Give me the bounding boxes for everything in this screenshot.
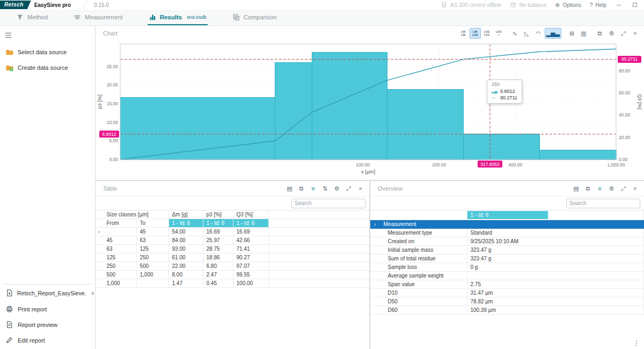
series-header-q3[interactable]: 1 - Id: 6 — [233, 219, 268, 228]
overview-search-input[interactable] — [566, 199, 640, 208]
cell-to: 250 — [136, 253, 169, 262]
table-search-input[interactable] — [291, 199, 365, 208]
size-class-row[interactable]: 6312593.0028.7571.41 — [96, 245, 369, 253]
tab-results[interactable]: Results test.esdb — [148, 10, 208, 25]
series-header-p3[interactable]: 1 - Id: 6 — [203, 219, 233, 228]
cell-dm: 1.47 — [169, 279, 203, 288]
size-class-row[interactable]: 5001,0008.002.4799.55 — [96, 271, 369, 279]
size-class-row[interactable]: 456384.0025.9742.66 — [96, 236, 369, 245]
overview-row[interactable]: D5078.82 µm — [370, 297, 644, 306]
chart-close-button[interactable]: × — [630, 28, 641, 39]
series-header-dm[interactable]: 1 - Id: 6 — [169, 219, 203, 228]
cumulative-curve-icon: ∿ — [513, 31, 517, 37]
overview-settings-button[interactable]: ⚙ — [606, 183, 617, 194]
row-marker — [370, 263, 380, 272]
titlebar: Retsch EasySieve pro 0.15.0 AS 200 contr… — [0, 0, 644, 10]
scale-lin-log-button[interactable]: LINLOG — [470, 28, 481, 39]
y-left-axis-title: p3 [%] — [97, 94, 103, 109]
options-menu[interactable]: ⚙ Options — [555, 2, 581, 8]
chart-fullscreen-button[interactable]: ⤢ — [618, 28, 629, 39]
overview-export-button[interactable]: ▤ — [570, 183, 582, 194]
product-name: EasySieve pro — [34, 2, 71, 8]
report-preview-label: Report preview — [18, 322, 57, 328]
toolbar-separator — [590, 33, 594, 34]
overview-copy-button[interactable]: ⧉ — [582, 183, 594, 194]
report-selector[interactable]: Retsch_Report_EasySieve. ∨ — [3, 284, 92, 301]
col-size-classes[interactable]: Size classes [µm] — [103, 210, 169, 219]
series-header[interactable]: 1 - Id: 6 — [467, 211, 548, 219]
table-sort-button[interactable]: ⇅ — [319, 183, 331, 194]
scale-log-log-button[interactable]: LOGLOG — [481, 28, 493, 39]
table-rows-button[interactable]: ≡ — [308, 183, 319, 194]
cell-dm: 61.00 — [169, 253, 203, 262]
copy-chart-button[interactable]: ⧉ — [594, 28, 605, 39]
balance-icon — [510, 1, 517, 9]
row-marker — [96, 262, 103, 271]
report-name: Retsch_Report_EasySieve. — [17, 290, 86, 296]
overview-row[interactable]: Measurement typeStandard — [370, 229, 644, 237]
measurement-section-row[interactable]: › Measurement — [370, 220, 644, 229]
histogram-bar — [275, 63, 312, 159]
overview-rows-button[interactable]: ≡ — [594, 183, 605, 194]
overview-row[interactable]: D60100.39 µm — [370, 306, 644, 315]
overview-close-button[interactable]: × — [630, 183, 641, 194]
table-copy-button[interactable]: ⧉ — [296, 183, 307, 194]
sidebar-toggle-button[interactable] — [0, 29, 17, 45]
overflow-menu-icon[interactable]: ⋮ — [633, 339, 640, 347]
size-class-row[interactable]: 12525061.0018.8690.27 — [96, 253, 369, 262]
cell-filler — [268, 279, 369, 288]
bar-style-button[interactable]: ▥ — [578, 28, 589, 39]
scale-log-prob-button[interactable]: LOG::: — [493, 28, 504, 39]
view-density-curve-button[interactable]: ◺ — [521, 28, 532, 39]
size-class-row[interactable]: 25050022.006.8097.07 — [96, 262, 369, 271]
table-close-button[interactable]: × — [355, 183, 366, 194]
overview-row[interactable]: Sample loss0 g — [370, 263, 644, 272]
overview-row[interactable]: Created on9/25/2025 10:10 AM — [370, 237, 644, 246]
table-export-button[interactable]: ▤ — [284, 183, 295, 194]
grid-toggle-button[interactable]: ⊞ — [566, 28, 577, 39]
table-settings-button[interactable]: ⚙ — [331, 183, 342, 194]
tab-comparison[interactable]: Comparison — [231, 10, 278, 25]
table-fullscreen-button[interactable]: ⤢ — [343, 183, 354, 194]
overview-fullscreen-button[interactable]: ⤢ — [618, 183, 629, 194]
overview-row[interactable]: D1031.47 µm — [370, 289, 644, 297]
overview-row[interactable]: Span value2.75 — [370, 280, 644, 289]
view-peak-curve-button[interactable]: ◠ — [533, 28, 544, 39]
cell-filler — [268, 271, 369, 279]
minimize-button[interactable] — [615, 1, 623, 9]
chart-panel: Chart LINLINLINLOGLOGLOGLOG:::∿◺◠▂▅▃⊞▥⧉⚙… — [96, 26, 644, 180]
view-cumulative-curve-button[interactable]: ∿ — [509, 28, 521, 39]
size-class-row[interactable]: ›4554.0016.6916.69 — [96, 228, 369, 236]
overview-row[interactable]: Sum of total residue323.47 g — [370, 255, 644, 263]
export-icon: ▤ — [287, 186, 292, 192]
print-report-label: Print report — [18, 306, 47, 312]
tab-method[interactable]: Method — [15, 10, 49, 25]
cell-from: 1,000 — [103, 279, 136, 288]
report-preview-button[interactable]: Report preview — [0, 317, 95, 332]
edit-report-button[interactable]: Edit report — [0, 332, 95, 348]
overview-row[interactable]: Initial sample mass323.47 g — [370, 246, 644, 255]
chart-settings-button[interactable]: ⚙ — [606, 28, 617, 39]
overview-row[interactable]: Average sample weight — [370, 272, 644, 280]
col-dm[interactable]: Δm [g] — [169, 210, 203, 219]
sidebar-item-select-data-source[interactable]: Select data source — [0, 45, 95, 60]
tab-measurement-label: Measurement — [85, 14, 122, 20]
col-from[interactable]: From — [103, 219, 136, 228]
row-marker — [96, 236, 103, 245]
view-histogram-button[interactable]: ▂▅▃ — [545, 28, 561, 39]
table-toolbar: ▤⧉≡⇅⚙⤢× — [284, 183, 366, 194]
col-q3[interactable]: Q3 [%] — [233, 210, 268, 219]
sidebar-item-create-data-source[interactable]: Create data source — [0, 60, 95, 76]
print-report-button[interactable]: Print report — [0, 301, 95, 317]
help-menu[interactable]: ? Help — [590, 2, 606, 8]
chart-canvas[interactable]: 0.005.0010.0015.0020.0025.000.0020.0040.… — [96, 41, 643, 178]
rows-icon: ≡ — [311, 186, 314, 192]
copy-icon: ⧉ — [598, 31, 602, 37]
scale-lin-lin-button[interactable]: LINLIN — [458, 28, 469, 39]
tab-measurement[interactable]: Measurement — [72, 10, 123, 25]
balance-status-label: No balance — [519, 2, 547, 8]
maximize-button[interactable] — [631, 1, 639, 9]
col-p3[interactable]: p3 [%] — [203, 210, 233, 219]
col-to[interactable]: To — [136, 219, 169, 228]
size-class-row[interactable]: 1,0001.470.45100.00 — [96, 279, 369, 288]
